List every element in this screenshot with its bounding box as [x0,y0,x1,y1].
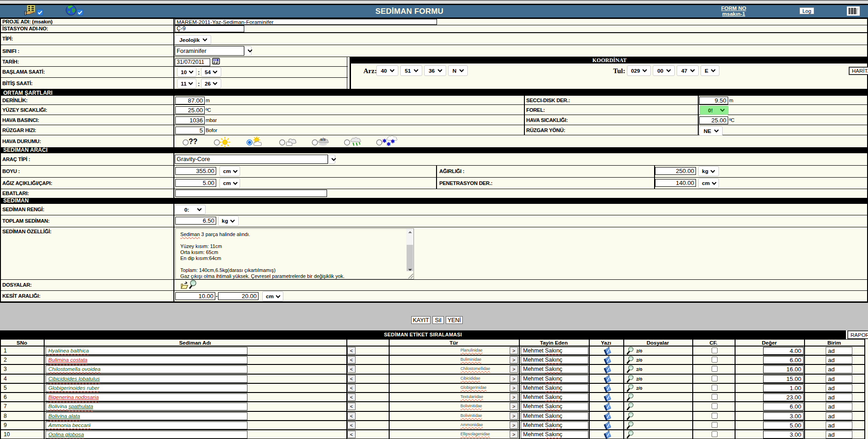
svg-text:sis: sis [320,137,326,142]
svg-text:✱: ✱ [386,141,391,147]
svg-text:✱: ✱ [391,139,395,144]
svg-text:✱: ✱ [382,138,386,144]
